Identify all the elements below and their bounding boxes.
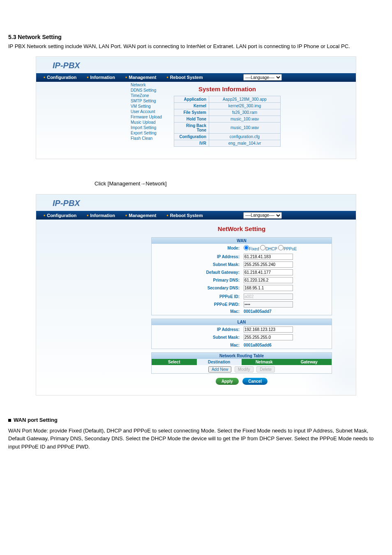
- lan-field-input[interactable]: [244, 326, 293, 333]
- wan-mac-label: Mac:: [152, 309, 241, 314]
- sysinfo-value: eng_male_104.ivr: [209, 140, 281, 146]
- sidebar-item-vm-setting[interactable]: VM Setting: [131, 104, 172, 109]
- pppoe-id-input[interactable]: [244, 294, 293, 300]
- wan-mode-options: Fixed DHCP PPPoE: [242, 245, 331, 252]
- management-sidebar: NetworkDDNS SettingTimeZoneSMTP SettingV…: [131, 82, 172, 141]
- nrt-header: Network Routing Table: [152, 353, 332, 359]
- wan-field-input[interactable]: [244, 261, 293, 268]
- wan-field-label: Primary DNS:: [152, 277, 241, 284]
- sysinfo-key: Hold Tone: [174, 116, 209, 122]
- lan-field-label: Subnet Mask:: [152, 334, 241, 341]
- pppoe-pwd-label: PPPoE PWD:: [152, 301, 241, 308]
- wan-field-input[interactable]: [244, 277, 293, 283]
- sysinfo-key: Ring Back Tone: [174, 122, 209, 133]
- screenshot-system-information: IP-PBX Configuration Information Managem…: [36, 56, 356, 159]
- wan-field-input[interactable]: [244, 269, 293, 275]
- nav-information[interactable]: Information: [87, 74, 115, 80]
- sysinfo-value: kernel26_300.img: [209, 102, 281, 109]
- nav-information[interactable]: Information: [87, 213, 115, 218]
- lan-field-label: IP Address:: [152, 326, 241, 333]
- nav-configuration[interactable]: Configuration: [44, 213, 76, 218]
- sysinfo-value: Aapp26_128M_300.app: [209, 96, 281, 102]
- sysinfo-value: fs26_300.ram: [209, 109, 281, 116]
- nrt-col-select: Select: [152, 359, 197, 365]
- network-title: NetWork Setting: [151, 225, 332, 232]
- language-select[interactable]: ----Language----: [243, 74, 282, 81]
- section-heading: 5.3 Network Setting: [8, 33, 384, 42]
- wan-field-label: Secondary DNS:: [152, 284, 241, 291]
- sysinfo-table: ApplicationAapp26_128M_300.appKernelkern…: [174, 96, 281, 147]
- nav-reboot[interactable]: Reboot System: [166, 213, 203, 218]
- mode-dhcp-radio[interactable]: [260, 245, 265, 250]
- wan-field-input[interactable]: [244, 254, 293, 260]
- sysinfo-value: configuration.cfg: [209, 133, 281, 140]
- screenshot-network-setting: IP-PBX Configuration Information Managem…: [36, 194, 356, 395]
- sidebar-item-user-account[interactable]: User Account: [131, 109, 172, 114]
- nav-management[interactable]: Management: [125, 213, 156, 218]
- sysinfo-key: Application: [174, 96, 209, 102]
- wan-field-label: Default Gateway:: [152, 269, 241, 276]
- main-nav: Configuration Information Management Reb…: [36, 73, 356, 82]
- nrt-add-button[interactable]: Add New: [208, 366, 232, 372]
- nav-reboot[interactable]: Reboot System: [166, 74, 203, 80]
- sidebar-item-music-upload[interactable]: Music Upload: [131, 120, 172, 125]
- sidebar-item-export-setting[interactable]: Export Setting: [131, 130, 172, 136]
- sysinfo-key: IVR: [174, 140, 209, 146]
- pppoe-id-label: PPPoE ID:: [152, 293, 241, 300]
- logo: IP-PBX: [53, 61, 80, 70]
- sysinfo-key: Configuration: [174, 133, 209, 140]
- nrt-col-netmask: Netmask: [242, 359, 287, 365]
- logo: IP-PBX: [53, 199, 80, 208]
- sidebar-item-firmware-upload[interactable]: Firmware Upload: [131, 114, 172, 120]
- nrt-col-destination: Destination: [197, 359, 242, 365]
- cancel-button[interactable]: Cancel: [242, 378, 267, 385]
- sidebar-item-timezone[interactable]: TimeZone: [131, 93, 172, 98]
- lan-panel: LAN IP Address:Subnet Mask: Mac: 0001a80…: [151, 319, 332, 349]
- lan-field-input[interactable]: [244, 334, 293, 340]
- wan-mode-body: WAN Port Mode: provide Fixed (Default), …: [8, 427, 384, 451]
- wan-mode-label: Mode:: [152, 245, 241, 252]
- mode-pppoe-radio[interactable]: [278, 245, 284, 250]
- pppoe-pwd-input[interactable]: [244, 301, 293, 308]
- nrt-delete-button[interactable]: Delete: [256, 366, 275, 372]
- wan-mac-value: 0001a805add7: [244, 309, 272, 314]
- nrt-panel: Network Routing Table Select Destination…: [151, 352, 332, 374]
- sidebar-item-smtp-setting[interactable]: SMTP Setting: [131, 98, 172, 104]
- wan-field-label: IP Address:: [152, 253, 241, 260]
- sidebar-item-ddns-setting[interactable]: DDNS Setting: [131, 88, 172, 93]
- sysinfo-value: music_100.wav: [209, 122, 281, 133]
- nav-configuration[interactable]: Configuration: [44, 74, 76, 80]
- mode-fixed-radio[interactable]: [244, 245, 249, 250]
- lan-mac-value: 0001a805add6: [244, 343, 272, 347]
- bullet-icon: [8, 419, 11, 422]
- section-body: IP PBX Network setting include WAN, LAN …: [8, 42, 384, 51]
- apply-button[interactable]: Apply: [216, 378, 239, 385]
- sysinfo-title: System Information: [174, 86, 281, 92]
- sidebar-item-flash-clean[interactable]: Flash Clean: [131, 136, 172, 141]
- nav-management[interactable]: Management: [125, 74, 156, 80]
- lan-mac-label: Mac:: [152, 342, 241, 348]
- sysinfo-value: music_100.wav: [209, 116, 281, 122]
- wan-panel: WAN Mode: Fixed DHCP PPPoE IP Address:Su…: [151, 237, 332, 315]
- sidebar-item-network[interactable]: Network: [131, 82, 172, 88]
- wan-port-heading: WAN port Setting: [14, 417, 58, 423]
- main-nav: Configuration Information Management Reb…: [36, 211, 356, 220]
- sysinfo-key: Kernel: [174, 102, 209, 109]
- click-path: Click [Management→Network]: [95, 180, 167, 187]
- sidebar-item-import-setting[interactable]: Import Setting: [131, 125, 172, 130]
- wan-header: WAN: [152, 238, 332, 244]
- nrt-modify-button[interactable]: Modify: [235, 366, 253, 372]
- wan-field-input[interactable]: [244, 285, 293, 291]
- nrt-col-gateway: Gateway: [287, 359, 332, 365]
- sysinfo-key: File System: [174, 109, 209, 116]
- language-select[interactable]: ----Language----: [243, 212, 282, 219]
- wan-field-label: Subnet Mask:: [152, 261, 241, 268]
- lan-header: LAN: [152, 319, 332, 325]
